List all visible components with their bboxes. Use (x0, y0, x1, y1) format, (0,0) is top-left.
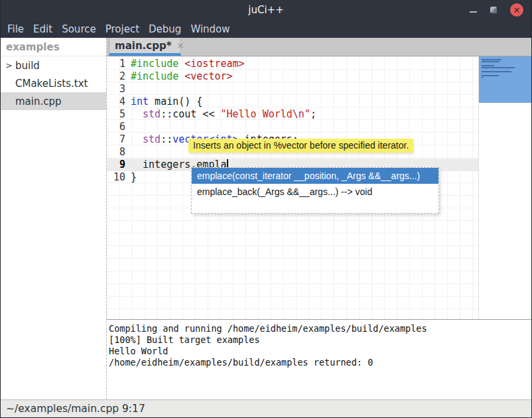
minimap-viewport[interactable] (479, 56, 531, 103)
menu-item-file[interactable]: File (7, 23, 24, 35)
minimap-code-preview (479, 56, 531, 78)
doc-tooltip: Inserts an object in %vector before spec… (188, 139, 413, 153)
completion-item[interactable]: emplace(const_iterator __position, _Args… (192, 168, 438, 184)
project-name-label: examples (1, 38, 106, 56)
minimap-line (482, 75, 499, 76)
tree-item-cmakelists-txt[interactable]: CMakeLists.txt (1, 74, 106, 92)
tree-item-label: main.cpp (15, 96, 62, 107)
restore-icon[interactable] (490, 7, 497, 13)
minimap-line (482, 77, 483, 78)
menu-item-source[interactable]: Source (62, 23, 96, 35)
line-number: 1 (107, 58, 131, 70)
file-tree: >buildCMakeLists.txtmain.cpp (1, 56, 106, 110)
menubar: FileEditSourceProjectDebugWindow (1, 20, 531, 38)
line-number: 4 (107, 96, 131, 108)
tree-item-label: CMakeLists.txt (15, 78, 88, 90)
tab-main-cpp[interactable]: main.cpp* × (109, 38, 181, 56)
tree-item-main-cpp[interactable]: main.cpp (1, 92, 106, 110)
code-line[interactable]: 6 (107, 121, 478, 133)
line-number: 2 (107, 70, 131, 83)
main-area: examples >buildCMakeLists.txtmain.cpp ma… (1, 38, 531, 399)
terminal-line: Compiling and running /home/eidheim/exam… (109, 323, 531, 334)
tree-item-build[interactable]: >build (1, 56, 106, 74)
code-text: #include <iostream> (131, 58, 245, 70)
code-editor[interactable]: 1#include <iostream>2#include <vector>34… (107, 56, 531, 319)
line-number: 5 (107, 108, 131, 121)
menu-item-window[interactable]: Window (190, 23, 230, 35)
autocomplete-popup: emplace(const_iterator __position, _Args… (191, 167, 439, 214)
line-number: 3 (107, 83, 131, 96)
minimap-line (482, 61, 499, 62)
line-number: 9 (107, 159, 131, 171)
minimap-line (482, 71, 511, 72)
status-file-position: ~/examples/main.cpp 9:17 (6, 403, 145, 415)
titlebar[interactable]: juCi++ ✕ (1, 0, 531, 20)
line-number: 8 (107, 146, 131, 159)
window-controls: ✕ (470, 0, 523, 20)
code-text: } (131, 171, 137, 184)
minimap-line (482, 59, 501, 60)
terminal-line: Hello World (109, 346, 531, 357)
code-line[interactable]: 3 (107, 83, 478, 96)
editor-column: main.cpp* × 1#include <iostream>2#includ… (107, 38, 531, 399)
code-area[interactable]: 1#include <iostream>2#include <vector>34… (107, 58, 478, 184)
tabbar: main.cpp* × (107, 38, 531, 56)
code-line[interactable]: 1#include <iostream> (107, 58, 478, 70)
close-icon[interactable]: ✕ (510, 3, 523, 17)
code-text: int main() { (131, 96, 202, 108)
minimap-line (482, 65, 494, 66)
window-title: juCi++ (1, 4, 531, 16)
code-line[interactable]: 2#include <vector> (107, 70, 478, 83)
tab-close-icon[interactable]: × (176, 41, 184, 50)
statusbar: ~/examples/main.cpp 9:17 (1, 399, 531, 417)
line-number: 7 (107, 133, 131, 146)
menu-item-project[interactable]: Project (105, 23, 139, 35)
code-line[interactable]: 4int main() { (107, 96, 478, 108)
code-text: std::cout << "Hello World\n"; (131, 108, 316, 121)
minimap-line (482, 67, 515, 68)
expander-icon[interactable]: > (5, 60, 13, 70)
tree-item-label: build (15, 60, 40, 72)
line-number: 10 (107, 171, 131, 184)
terminal-line: /home/eidheim/examples/build/examples re… (109, 357, 531, 368)
menu-item-edit[interactable]: Edit (33, 23, 52, 35)
minimize-icon[interactable] (470, 11, 477, 13)
menu-item-debug[interactable]: Debug (149, 23, 181, 35)
file-tree-sidebar: examples >buildCMakeLists.txtmain.cpp (1, 38, 107, 399)
terminal-output[interactable]: Compiling and running /home/eidheim/exam… (107, 320, 531, 399)
code-text: #include <vector> (131, 70, 233, 83)
minimap[interactable] (478, 56, 531, 319)
code-line[interactable]: 5 std::cout << "Hello World\n"; (107, 108, 478, 121)
terminal-line: [100%] Built target examples (109, 334, 531, 346)
tab-label: main.cpp* (115, 40, 171, 52)
completion-item[interactable]: emplace_back(_Args &&__args...) --> void (192, 184, 438, 200)
line-number: 6 (107, 121, 131, 133)
app-window: juCi++ ✕ FileEditSourceProjectDebugWindo… (0, 0, 532, 418)
